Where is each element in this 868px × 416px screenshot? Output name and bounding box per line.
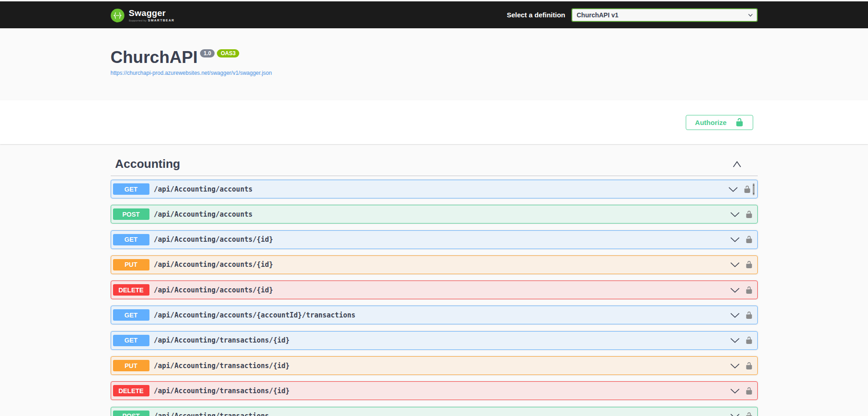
mini-scrollbar[interactable] [753, 183, 755, 195]
operation-path: /api/Accounting/accounts/{id} [154, 286, 730, 294]
chevron-down-icon[interactable] [730, 361, 740, 370]
chevron-down-icon[interactable] [730, 386, 740, 395]
operation-path: /api/Accounting/accounts/{id} [154, 235, 730, 244]
unlock-icon [735, 118, 744, 127]
chevron-down-icon[interactable] [730, 235, 740, 244]
lock-icon[interactable] [745, 235, 753, 244]
operation-row[interactable]: PUT /api/Accounting/accounts/{id} [111, 255, 758, 274]
info-section: ChurchAPI 1.0 OAS3 https://churchapi-pro… [0, 28, 868, 100]
oas3-badge: OAS3 [217, 49, 239, 57]
chevron-down-icon[interactable] [730, 286, 740, 295]
operation-path: /api/Accounting/accounts [154, 185, 729, 193]
chevron-down-icon[interactable] [730, 210, 740, 219]
version-badge: 1.0 [200, 49, 215, 57]
operation-row[interactable]: DELETE /api/Accounting/accounts/{id} [111, 281, 758, 299]
operation-path: /api/Accounting/accounts/{accountId}/tra… [154, 311, 730, 319]
lock-icon[interactable] [745, 210, 753, 219]
swagger-wordmark: Swagger [129, 8, 175, 18]
lock-icon[interactable] [745, 286, 753, 295]
method-badge: GET [113, 234, 149, 245]
method-badge: POST [113, 411, 149, 416]
operation-path: /api/Accounting/transactions [154, 412, 730, 416]
operation-row[interactable]: GET /api/Accounting/transactions/{id} [111, 331, 758, 350]
spec-url-link[interactable]: https://churchapi-prod.azurewebsites.net… [111, 70, 272, 76]
operation-path: /api/Accounting/transactions/{id} [154, 336, 730, 344]
operations-list: GET /api/Accounting/accounts POST /api/A… [111, 180, 758, 416]
operations-section: Accounting GET /api/Accounting/accounts … [0, 144, 868, 416]
chevron-down-icon[interactable] [730, 336, 740, 345]
lock-icon[interactable] [745, 260, 753, 269]
smartbear-byline: Supported bySMARTBEAR [129, 19, 175, 22]
operation-row[interactable]: DELETE /api/Accounting/transactions/{id} [111, 381, 758, 400]
lock-icon[interactable] [745, 411, 753, 416]
lock-icon[interactable] [745, 386, 753, 395]
method-badge: PUT [113, 259, 149, 270]
authorize-button[interactable]: Authorize [686, 115, 753, 130]
operation-row[interactable]: GET /api/Accounting/accounts/{accountId}… [111, 306, 758, 324]
lock-icon[interactable] [745, 361, 753, 370]
method-badge: DELETE [113, 284, 149, 296]
chevron-up-icon[interactable] [732, 160, 742, 168]
api-title: ChurchAPI [111, 49, 198, 67]
operation-path: /api/Accounting/accounts [154, 210, 730, 218]
method-badge: GET [113, 183, 149, 195]
operation-path: /api/Accounting/accounts/{id} [154, 260, 730, 269]
lock-icon[interactable] [743, 185, 751, 194]
operation-path: /api/Accounting/transactions/{id} [154, 387, 730, 395]
chevron-down-icon[interactable] [730, 311, 740, 320]
tag-header[interactable]: Accounting [111, 144, 758, 176]
chevron-down-icon[interactable] [730, 260, 740, 269]
method-badge: PUT [113, 360, 149, 371]
definition-select[interactable]: ChurchAPI v1 [571, 8, 758, 22]
lock-icon[interactable] [745, 311, 753, 320]
scheme-container: Authorize [0, 100, 868, 144]
swagger-logo[interactable]: Swagger Supported bySMARTBEAR [111, 8, 175, 22]
method-badge: GET [113, 309, 149, 321]
operation-row[interactable]: PUT /api/Accounting/transactions/{id} [111, 356, 758, 375]
lock-icon[interactable] [745, 336, 753, 345]
method-badge: POST [113, 208, 149, 220]
chevron-down-icon[interactable] [730, 411, 740, 416]
operation-row[interactable]: POST /api/Accounting/accounts [111, 205, 758, 224]
topbar: Swagger Supported bySMARTBEAR Select a d… [0, 1, 868, 28]
operation-row[interactable]: GET /api/Accounting/accounts/{id} [111, 230, 758, 249]
operation-path: /api/Accounting/transactions/{id} [154, 362, 730, 370]
operation-row[interactable]: POST /api/Accounting/transactions [111, 407, 758, 416]
swagger-logo-icon [111, 9, 124, 22]
operation-row[interactable]: GET /api/Accounting/accounts [111, 180, 758, 198]
method-badge: GET [113, 335, 149, 346]
chevron-down-icon[interactable] [729, 185, 738, 194]
method-badge: DELETE [113, 385, 149, 396]
tag-title: Accounting [115, 157, 180, 171]
select-definition-label: Select a definition [507, 11, 565, 19]
